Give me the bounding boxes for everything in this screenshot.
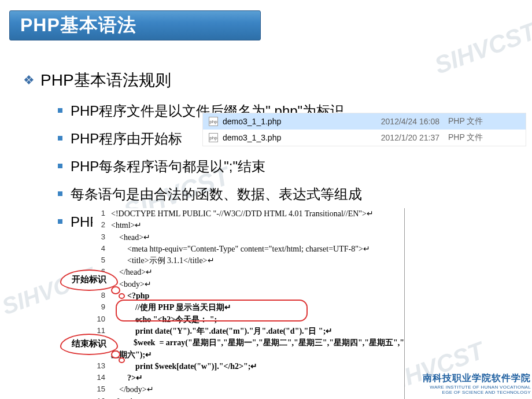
list-item: PHP每条程序语句都是以";"结束 xyxy=(58,156,526,177)
list-item-text: 每条语句是由合法的函数、数据、表达式等组成 xyxy=(71,184,362,205)
file-list-overlay: php demo3_1_1.php 2012/4/24 16:08 PHP 文件… xyxy=(202,113,526,146)
square-icon xyxy=(58,164,62,168)
file-date: 2012/4/24 16:08 xyxy=(373,117,448,126)
code-line: 1<!DOCTYPE HTML PUBLIC "-//W3C//DTD HTML… xyxy=(93,208,404,220)
code-line: 4 <meta http-equiv="Content-Type" conten… xyxy=(93,243,404,255)
file-name: demo3_1_3.php xyxy=(223,133,373,142)
code-line: 10 echo "<h2>今天是： "; xyxy=(93,314,404,326)
code-text: <html>↵ xyxy=(111,220,404,231)
slide-title-bar: PHP基本语法 xyxy=(9,10,261,40)
square-icon xyxy=(58,108,62,113)
code-line: 星期六");↵ xyxy=(93,349,404,361)
line-number: 1 xyxy=(93,208,111,220)
code-text: ?>↵ xyxy=(111,372,404,384)
code-text: 星期六");↵ xyxy=(111,349,404,361)
code-snippet: 1<!DOCTYPE HTML PUBLIC "-//W3C//DTD HTML… xyxy=(93,208,405,399)
file-type: PHP 文件 xyxy=(448,116,483,127)
main-bullet: ❖ PHP基本语法规则 xyxy=(23,69,526,91)
code-text: <!DOCTYPE HTML PUBLIC "-//W3C//DTD HTML … xyxy=(111,208,404,220)
line-number: 5 xyxy=(93,255,111,267)
main-bullet-text: PHP基本语法规则 xyxy=(40,69,171,91)
list-item: 每条语句是由合法的函数、数据、表达式等组成 xyxy=(58,184,526,205)
line-number: 10 xyxy=(93,314,111,326)
line-number: 16 xyxy=(93,396,111,399)
code-text: //使用 PHP 显示当天日期↵ xyxy=(111,302,404,313)
file-date: 2012/1/20 21:37 xyxy=(373,133,448,142)
institution-name-en: EGE OF SCIENCE AND TECHNOLOGY xyxy=(423,390,531,396)
callout-start-tag: 开始标识 xyxy=(60,269,118,291)
institution-name-en: WARE INSTITUTE OF HUNAN VOCATIONAL xyxy=(423,385,531,390)
code-line: 8 <?php xyxy=(93,290,404,302)
list-item-text: PHP程序由开始标 xyxy=(71,128,182,149)
diamond-icon: ❖ xyxy=(23,73,35,88)
line-number: 4 xyxy=(93,243,111,255)
code-line: 13 print $week[date("w")]."</h2>";↵ xyxy=(93,361,404,372)
file-row[interactable]: php demo3_1_1.php 2012/4/24 16:08 PHP 文件 xyxy=(203,113,526,130)
line-number: 9 xyxy=(93,302,111,313)
institution-logo: 南科技职业学院软件学院 WARE INSTITUTE OF HUNAN VOCA… xyxy=(423,372,531,396)
callout-end-tag: 结束标识 xyxy=(60,334,118,355)
code-text: </html>↵ xyxy=(111,396,404,399)
file-type: PHP 文件 xyxy=(448,132,483,143)
code-line: 3 <head>↵ xyxy=(93,232,404,243)
callout-label: 结束标识 xyxy=(60,334,118,355)
php-file-icon: php xyxy=(209,133,218,142)
file-name: demo3_1_1.php xyxy=(223,117,373,126)
code-text: <title>示例 3.1.1</title>↵ xyxy=(111,255,404,267)
institution-name-cn: 南科技职业学院软件学院 xyxy=(423,372,531,385)
code-text: print date("Y")."年".date("m")."月".date("… xyxy=(111,326,404,337)
code-text: <body>↵ xyxy=(111,279,404,290)
code-line: 2<html>↵ xyxy=(93,220,404,231)
code-line: 9 //使用 PHP 显示当天日期↵ xyxy=(93,302,404,313)
code-line: 11 print date("Y")."年".date("m")."月".dat… xyxy=(93,326,404,337)
php-file-icon: php xyxy=(209,117,218,126)
code-text: print $week[date("w")]."</h2>";↵ xyxy=(111,361,404,372)
code-text: <meta http-equiv="Content-Type" content=… xyxy=(111,243,404,255)
file-row[interactable]: php demo3_1_3.php 2012/1/20 21:37 PHP 文件 xyxy=(203,130,526,146)
line-number: 3 xyxy=(93,232,111,243)
code-text: <?php xyxy=(111,290,404,302)
list-item-text: PHP每条程序语句都是以";"结束 xyxy=(71,156,265,177)
code-line: 6 </head>↵ xyxy=(93,267,404,278)
code-line: 16</html>↵ xyxy=(93,396,404,399)
square-icon xyxy=(58,219,62,224)
code-line: 12 $week = array("星期日","星期一","星期二","星期三"… xyxy=(93,337,404,349)
code-line: 15 </body>↵ xyxy=(93,384,404,396)
slide-title: PHP基本语法 xyxy=(20,13,136,38)
callout-label: 开始标识 xyxy=(60,269,118,291)
line-number: 2 xyxy=(93,220,111,231)
line-number: 13 xyxy=(93,361,111,372)
code-line: 14 ?>↵ xyxy=(93,372,404,384)
code-text: </body>↵ xyxy=(111,384,404,396)
code-text: $week = array("星期日","星期一","星期二","星期三","星… xyxy=(109,337,404,349)
code-line: 5 <title>示例 3.1.1</title>↵ xyxy=(93,255,404,267)
code-text: echo "<h2>今天是： "; xyxy=(111,314,404,326)
line-number: 15 xyxy=(93,384,111,396)
code-text: <head>↵ xyxy=(111,232,404,243)
code-line: 7 <body>↵ xyxy=(93,279,404,290)
square-icon xyxy=(58,136,62,141)
line-number: 14 xyxy=(93,372,111,384)
square-icon xyxy=(58,191,62,196)
code-text: </head>↵ xyxy=(111,267,404,278)
line-number: 8 xyxy=(93,290,111,302)
